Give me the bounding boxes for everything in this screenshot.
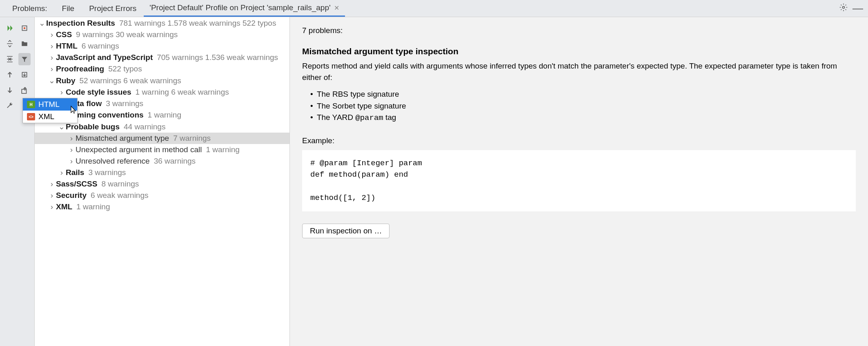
xml-file-icon: <> bbox=[27, 113, 35, 120]
tree-panel: ⌄ Inspection Results 781 warnings 1.578 … bbox=[35, 17, 290, 346]
chevron-right-icon: › bbox=[48, 202, 56, 211]
chevron-right-icon: › bbox=[48, 42, 56, 51]
tab-profile-active[interactable]: 'Project Default' Profile on Project 'sa… bbox=[144, 0, 345, 17]
tab-file[interactable]: File bbox=[55, 1, 82, 16]
details-panel: 7 problems: Mismatched argument type ins… bbox=[290, 17, 868, 346]
chevron-down-icon: ⌄ bbox=[48, 76, 56, 85]
left-toolbar bbox=[0, 17, 35, 346]
collapse-all-icon[interactable] bbox=[4, 53, 16, 65]
tab-profile-label: 'Project Default' Profile on Project 'sa… bbox=[149, 3, 330, 12]
chevron-right-icon: › bbox=[48, 30, 56, 39]
inspection-list: The RBS type signature The Sorbet type s… bbox=[310, 89, 856, 124]
chevron-right-icon: › bbox=[48, 191, 56, 200]
tree-item-unexpected[interactable]: › Unexpected argument in method call 1 w… bbox=[35, 144, 289, 155]
chevron-right-icon: › bbox=[58, 168, 66, 177]
problems-label[interactable]: Problems: bbox=[5, 1, 55, 16]
svg-rect-4 bbox=[22, 89, 26, 93]
list-item: The RBS type signature bbox=[310, 89, 856, 100]
code-block: # @param [Integer] param def method(para… bbox=[302, 150, 856, 211]
inspection-heading: Mismatched argument type inspection bbox=[302, 47, 856, 56]
inspection-description: Reports method and yield calls with argu… bbox=[302, 60, 856, 83]
chevron-down-icon: ⌄ bbox=[38, 18, 46, 28]
close-icon[interactable]: ✕ bbox=[334, 4, 339, 12]
tree-item-css[interactable]: › CSS 9 warnings 30 weak warnings bbox=[35, 29, 289, 40]
target-icon[interactable] bbox=[18, 22, 31, 34]
run-inspection-button[interactable]: Run inspection on … bbox=[302, 224, 389, 238]
chevron-down-icon: ⌄ bbox=[58, 122, 66, 131]
tree-item-code-style[interactable]: › Code style issues 1 warning 6 weak war… bbox=[35, 86, 289, 98]
tree-item-rails[interactable]: › Rails 3 warnings bbox=[35, 167, 289, 178]
arrow-up-icon[interactable] bbox=[4, 69, 16, 81]
example-label: Example: bbox=[302, 136, 856, 145]
gear-icon[interactable] bbox=[839, 3, 848, 13]
expand-all-icon[interactable] bbox=[4, 38, 16, 50]
svg-point-0 bbox=[843, 7, 845, 9]
tree-item-xml[interactable]: › XML 1 warning bbox=[35, 201, 289, 213]
chevron-right-icon: › bbox=[48, 53, 56, 62]
chevron-right-icon: › bbox=[67, 157, 76, 166]
tab-project-errors[interactable]: Project Errors bbox=[82, 1, 144, 16]
chevron-right-icon: › bbox=[67, 134, 76, 143]
chevron-right-icon: › bbox=[67, 145, 76, 154]
tree-item-mismatched[interactable]: › Mismatched argument type 7 warnings bbox=[35, 133, 289, 144]
folder-icon[interactable] bbox=[18, 38, 31, 50]
filter-icon[interactable] bbox=[18, 53, 31, 65]
tree-item-html[interactable]: › HTML 6 warnings bbox=[35, 40, 289, 52]
tree-root-stats: 781 warnings 1.578 weak warnings 522 typ… bbox=[119, 19, 276, 28]
chevron-right-icon: › bbox=[48, 180, 56, 189]
svg-point-2 bbox=[24, 27, 26, 29]
tree-item-unresolved[interactable]: › Unresolved reference 36 warnings bbox=[35, 155, 289, 167]
list-item: The Sorbet type signature bbox=[310, 100, 856, 112]
tree-root[interactable]: ⌄ Inspection Results 781 warnings 1.578 … bbox=[35, 17, 289, 29]
top-bar: Problems: File Project Errors 'Project D… bbox=[0, 0, 868, 17]
popup-xml-label: XML bbox=[38, 112, 54, 121]
run-icon[interactable] bbox=[4, 22, 16, 34]
minimize-icon[interactable]: — bbox=[852, 2, 863, 15]
tree-item-js[interactable]: › JavaScript and TypeScript 705 warnings… bbox=[35, 52, 289, 63]
list-item: The YARD @param tag bbox=[310, 112, 856, 124]
tree-root-label: Inspection Results bbox=[46, 19, 115, 28]
chevron-right-icon: › bbox=[48, 64, 56, 73]
export-down-icon[interactable] bbox=[18, 69, 31, 81]
tree-item-proofreading[interactable]: › Proofreading 522 typos bbox=[35, 63, 289, 75]
wrench-icon[interactable] bbox=[4, 100, 16, 112]
export-up-icon[interactable] bbox=[18, 84, 31, 96]
popup-html-label: HTML bbox=[38, 100, 60, 109]
arrow-down-icon[interactable] bbox=[4, 84, 16, 96]
tree-item-ruby[interactable]: ⌄ Ruby 52 warnings 6 weak warnings bbox=[35, 75, 289, 86]
tree-item-security[interactable]: › Security 6 weak warnings bbox=[35, 190, 289, 201]
cursor-icon bbox=[69, 105, 78, 118]
html-file-icon: H bbox=[27, 101, 35, 108]
tree-item-sass[interactable]: › Sass/SCSS 8 warnings bbox=[35, 178, 289, 190]
problems-count: 7 problems: bbox=[302, 26, 856, 35]
chevron-right-icon: › bbox=[58, 88, 66, 97]
